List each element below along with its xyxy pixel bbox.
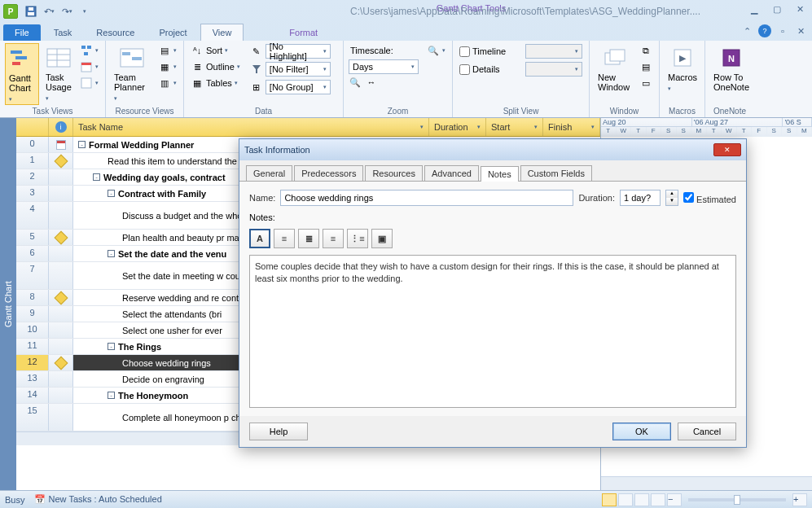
other-views-button[interactable]: ▾	[78, 76, 100, 90]
gantt-chart-button[interactable]: Gantt Chart ▾	[5, 43, 39, 105]
view-gantt-icon[interactable]	[602, 493, 617, 506]
info-column-header[interactable]: i	[49, 118, 73, 136]
task-usage-button[interactable]: Task Usage ▾	[42, 43, 75, 103]
status-new-tasks: 📅 New Tasks : Auto Scheduled	[34, 494, 161, 505]
maximize-icon[interactable]: ▢	[770, 3, 784, 15]
onenote-button[interactable]: N Row To OneNote	[710, 43, 753, 94]
outline-toggle[interactable]: -	[93, 173, 100, 181]
view-resource-icon[interactable]	[651, 493, 665, 506]
tab-resource[interactable]: Resource	[85, 24, 146, 41]
zoom-out-icon[interactable]: −	[667, 493, 682, 506]
align-left-icon[interactable]: ≡	[274, 229, 295, 248]
zoom-slider[interactable]	[688, 498, 786, 501]
undo-icon[interactable]: ↶▾	[41, 3, 57, 20]
sort-button[interactable]: ᴬ↓Sort ▾	[189, 43, 242, 58]
duration-spinner[interactable]: ▲▼	[665, 190, 678, 206]
resource-other-button[interactable]: ▥▾	[156, 76, 178, 90]
highlight-select[interactable]: ✎[No Highlight]▾	[248, 43, 332, 59]
view-team-icon[interactable]	[634, 493, 649, 506]
name-input[interactable]	[280, 190, 573, 206]
status-bar: Busy 📅 New Tasks : Auto Scheduled − +	[0, 490, 812, 508]
dialog-tab-predecessors[interactable]: Predecessors	[294, 165, 363, 181]
tab-project[interactable]: Project	[147, 24, 198, 41]
view-task-usage-icon[interactable]	[618, 493, 633, 506]
outline-toggle[interactable]: -	[108, 190, 115, 197]
arrange-all-button[interactable]: ▤	[638, 59, 654, 74]
calendar-view-button[interactable]: ▾	[78, 59, 100, 74]
status-busy: Busy	[5, 495, 24, 505]
help-icon[interactable]: ?	[758, 24, 771, 37]
group-select[interactable]: ⊞[No Group]▾	[248, 79, 332, 95]
team-planner-button[interactable]: Team Planner ▾	[111, 43, 153, 103]
macros-button[interactable]: ▶ Macros▾	[665, 43, 700, 94]
duration-input[interactable]	[620, 190, 661, 206]
chart-horizontal-scrollbar[interactable]	[601, 476, 812, 490]
outline-toggle[interactable]: -	[78, 141, 86, 148]
dialog-close-button[interactable]: ✕	[713, 143, 741, 156]
outline-toggle[interactable]: -	[108, 250, 115, 257]
mdi-close-icon[interactable]: ✕	[794, 24, 807, 37]
dialog-tab-resources[interactable]: Resources	[365, 165, 423, 181]
estimated-checkbox[interactable]: Estimated	[683, 192, 736, 204]
tab-task[interactable]: Task	[42, 24, 84, 41]
task-name-header[interactable]: Task Name▾	[73, 118, 429, 136]
dialog-title: Task Information	[244, 145, 310, 155]
redo-icon[interactable]: ↷▾	[59, 3, 75, 20]
finish-header[interactable]: Finish▾	[543, 118, 600, 136]
group-window: Window	[595, 105, 654, 116]
save-icon[interactable]	[23, 3, 39, 20]
hide-button[interactable]: ▭	[638, 76, 654, 90]
font-button[interactable]: A	[249, 229, 270, 248]
network-diagram-button[interactable]: ▾	[78, 43, 100, 58]
window-controls: ▁ ▢ ✕	[747, 3, 807, 15]
timescale-label: Timescale:🔍▾	[349, 43, 447, 58]
tables-button[interactable]: ▦Tables ▾	[189, 76, 242, 90]
window-title: C:\Users\james\AppData\Roaming\Microsoft…	[350, 6, 700, 17]
group-task-views: Task Views	[5, 105, 100, 116]
close-icon[interactable]: ✕	[792, 3, 807, 15]
file-tab[interactable]: File	[3, 24, 41, 41]
notes-textarea[interactable]: Some couples decide that they wish to ha…	[249, 255, 736, 408]
duration-header[interactable]: Duration▾	[429, 118, 486, 136]
tab-format[interactable]: Format	[278, 24, 329, 41]
resource-usage-button[interactable]: ▤▾	[156, 43, 178, 58]
tab-view[interactable]: View	[200, 24, 244, 41]
timescale-select[interactable]: Days▾	[349, 59, 419, 74]
svg-rect-2	[29, 7, 33, 11]
timescale-header: Aug 20 '06 Aug 27 '06 S TWTFSSMTWTFSSM	[601, 118, 812, 137]
zoom-in-icon[interactable]: +	[792, 493, 807, 506]
resource-sheet-button[interactable]: ▦▾	[156, 59, 178, 74]
zoom-in-icon[interactable]: 🔍	[349, 76, 362, 89]
cancel-button[interactable]: Cancel	[678, 423, 736, 440]
dialog-tab-advanced[interactable]: Advanced	[424, 165, 479, 181]
help-button[interactable]: Help	[249, 423, 308, 440]
app-icon: P	[3, 4, 18, 19]
details-checkbox[interactable]: Details▾	[458, 61, 584, 77]
zoom-icon[interactable]: 🔍	[427, 44, 440, 57]
bullets-icon[interactable]: ⋮≡	[347, 229, 368, 248]
vertical-view-tab[interactable]: Gantt Chart	[0, 118, 16, 490]
zoom-fit-icon[interactable]: ↔	[365, 76, 378, 89]
align-right-icon[interactable]: ≡	[323, 229, 344, 248]
outline-button[interactable]: ≣Outline ▾	[189, 59, 242, 74]
filter-select[interactable]: [No Filter]▾	[248, 61, 332, 77]
outline-toggle[interactable]: -	[108, 392, 115, 399]
dialog-tab-general[interactable]: General	[246, 165, 292, 181]
outline-toggle[interactable]: -	[108, 343, 115, 350]
ribbon-minimize-icon[interactable]: ⌃	[740, 24, 753, 37]
mdi-restore-icon[interactable]: ▫	[776, 24, 789, 37]
dialog-tab-notes[interactable]: Notes	[481, 166, 519, 182]
switch-windows-button[interactable]: ⧉	[638, 43, 654, 58]
timeline-checkbox[interactable]: Timeline▾	[458, 43, 584, 59]
dialog-tab-custom-fields[interactable]: Custom Fields	[520, 165, 592, 181]
qat-customize-icon[interactable]: ▾	[77, 3, 93, 20]
ok-button[interactable]: OK	[612, 423, 671, 440]
insert-object-icon[interactable]: ▣	[371, 229, 393, 248]
start-header[interactable]: Start▾	[486, 118, 543, 136]
group-zoom: Zoom	[349, 105, 447, 116]
align-center-icon[interactable]: ≣	[298, 229, 319, 248]
dialog-title-bar[interactable]: Task Information ✕	[239, 139, 746, 160]
svg-rect-18	[132, 57, 142, 60]
new-window-button[interactable]: New Window	[595, 43, 634, 94]
minimize-icon[interactable]: ▁	[747, 3, 762, 15]
